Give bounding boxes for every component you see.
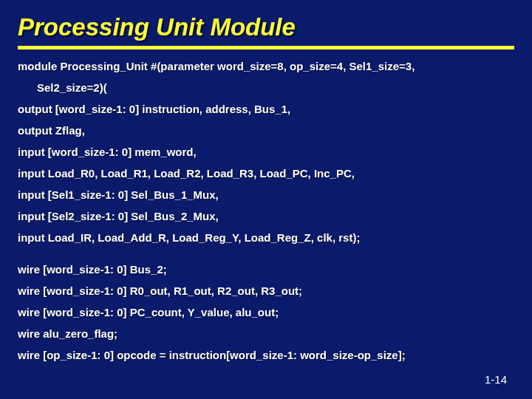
- slide-body: module Processing_Unit #(parameter word_…: [18, 60, 514, 362]
- title-underline: [18, 46, 514, 50]
- code-line-input-sel2: input [Sel2_size-1: 0] Sel_Bus_2_Mux,: [18, 210, 514, 223]
- blank-spacer: [18, 253, 514, 263]
- code-line-input-sel1: input [Sel1_size-1: 0] Sel_Bus_1_Mux,: [18, 188, 514, 202]
- code-line-wire-opcode: wire [op_size-1: 0] opcode = instruction…: [18, 349, 514, 362]
- code-line-module-decl-cont: Sel2_size=2)(: [18, 81, 514, 95]
- code-line-wire-pc: wire [word_size-1: 0] PC_count, Y_value,…: [18, 306, 514, 319]
- code-line-input-memword: input [word_size-1: 0] mem_word,: [18, 146, 514, 159]
- code-line-wire-bus2: wire [word_size-1: 0] Bus_2;: [18, 263, 514, 276]
- code-line-output-zflag: output Zflag,: [18, 124, 514, 137]
- code-line-wire-regs: wire [word_size-1: 0] R0_out, R1_out, R2…: [18, 284, 514, 298]
- code-line-module-decl: module Processing_Unit #(parameter word_…: [18, 60, 514, 73]
- code-line-input-misc: input Load_IR, Load_Add_R, Load_Reg_Y, L…: [18, 231, 514, 245]
- slide: Processing Unit Module module Processing…: [0, 0, 532, 399]
- code-line-wire-aluzero: wire alu_zero_flag;: [18, 327, 514, 341]
- slide-title: Processing Unit Module: [18, 13, 514, 41]
- code-line-input-loads: input Load_R0, Load_R1, Load_R2, Load_R3…: [18, 167, 514, 180]
- code-line-output-bus: output [word_size-1: 0] instruction, add…: [18, 103, 514, 116]
- page-number: 1-14: [485, 373, 507, 386]
